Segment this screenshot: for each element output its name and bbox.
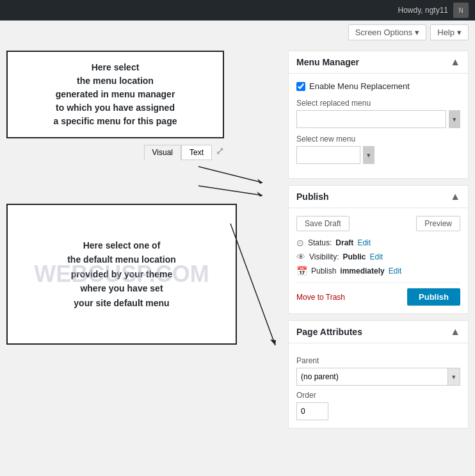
visibility-icon: 👁 [296,252,305,262]
left-section: Here select the menu location generated … [6,51,282,345]
content-area: Here select the menu location generated … [6,44,282,473]
annotation-top-text: Here select the menu location generated … [54,62,177,126]
select-new-menu[interactable] [296,146,360,164]
svg-line-4 [230,224,275,345]
screen-options-button[interactable]: Screen Options ▾ [348,24,427,40]
parent-select-arrow: ▾ [448,368,460,386]
publish-time-icon: 📅 [296,266,307,276]
annotation-bottom-text: Here select one of the default menu loca… [67,238,176,310]
move-to-trash-link[interactable]: Move to Trash [296,293,345,302]
order-input[interactable] [296,402,328,420]
screen-options-arrow: ▾ [415,28,419,37]
select-new-menu-row: ▾ [296,146,460,164]
publish-panel: Publish ▲ Save Draft Preview ⊙ Status: D… [288,185,469,314]
select-new-menu-label: Select new menu [296,135,460,144]
publish-header: Publish ▲ [289,186,468,208]
select-replaced-menu[interactable] [296,110,446,128]
enable-menu-label: Enable Menu Replacement [309,81,410,91]
menu-manager-header: Menu Manager ▲ [289,51,468,74]
editor-tabs-row: Visual Text ⤢ [6,145,224,160]
parent-select-wrapper: (no parent) ▾ [296,368,460,386]
help-label: Help [437,28,455,37]
expand-icon[interactable]: ⤢ [216,145,224,160]
tab-visual[interactable]: Visual [144,145,181,160]
right-sidebar: Menu Manager ▲ Enable Menu Replacement S… [288,51,469,473]
parent-select[interactable]: (no parent) [296,368,448,386]
status-edit-link[interactable]: Edit [357,238,371,247]
enable-menu-replacement-row: Enable Menu Replacement [296,81,460,91]
select-replaced-menu-label: Select replaced menu [296,99,460,108]
help-button[interactable]: Help ▾ [430,24,469,40]
status-row: ⊙ Status: Draft Edit [296,238,460,248]
visibility-edit-link[interactable]: Edit [369,252,383,261]
status-icon: ⊙ [296,238,304,248]
status-label: Status: [308,238,332,247]
publish-body: Save Draft Preview ⊙ Status: Draft Edit … [289,208,468,313]
publish-buttons-row: Save Draft Preview [296,216,460,231]
screen-options-bar: Screen Options ▾ Help ▾ [0,21,475,44]
avatar-initial: N [458,7,463,14]
main-layout: Here select the menu location generated … [0,44,475,476]
screen-options-label: Screen Options [355,28,413,37]
help-arrow: ▾ [457,28,462,37]
menu-manager-title: Menu Manager [296,57,359,67]
svg-marker-5 [270,340,276,345]
annotation-box-top: Here select the menu location generated … [6,51,224,138]
page-attributes-header: Page Attributes ▲ [289,321,468,343]
svg-line-2 [198,186,262,195]
page-attributes-title: Page Attributes [296,327,362,337]
save-draft-button[interactable]: Save Draft [296,216,350,231]
visibility-label: Visibility: [309,252,339,261]
arrows-svg [6,160,275,199]
visibility-value: Public [342,252,366,261]
page-attributes-toggle[interactable]: ▲ [450,326,460,338]
publish-button[interactable]: Publish [407,288,460,306]
menu-manager-toggle[interactable]: ▲ [450,56,460,68]
status-value: Draft [335,238,353,247]
page-attributes-body: Parent (no parent) ▾ Order [289,343,468,428]
visibility-row: 👁 Visibility: Public Edit [296,252,460,262]
arrow-area [6,160,275,199]
menu-manager-body: Enable Menu Replacement Select replaced … [289,74,468,178]
preview-button[interactable]: Preview [416,216,460,231]
publish-time-value: immediately [340,267,384,275]
annotation-box-bottom: WEBCUSP.COM Here select one of the defau… [6,204,237,345]
page-attributes-panel: Page Attributes ▲ Parent (no parent) ▾ O… [288,320,469,429]
admin-bar: Howdy, ngty11 N [0,0,475,21]
publish-time-row: 📅 Publish immediately Edit [296,266,460,276]
select-new-arrow: ▾ [363,146,374,164]
order-label: Order [296,391,460,400]
select-replaced-arrow: ▾ [449,110,460,128]
svg-line-0 [198,167,262,183]
avatar: N [453,3,469,18]
tab-text[interactable]: Text [181,145,212,160]
publish-time-edit-link[interactable]: Edit [389,267,402,275]
parent-label: Parent [296,356,460,365]
enable-menu-checkbox[interactable] [296,82,305,91]
svg-marker-3 [257,192,262,197]
publish-toggle[interactable]: ▲ [450,191,460,202]
howdy-text: Howdy, ngty11 [398,6,449,15]
select-replaced-menu-row: ▾ [296,110,460,128]
menu-manager-panel: Menu Manager ▲ Enable Menu Replacement S… [288,51,469,179]
publish-title: Publish [296,192,329,202]
publish-time-label: Publish [311,267,336,275]
publish-footer: Move to Trash Publish [296,283,460,306]
